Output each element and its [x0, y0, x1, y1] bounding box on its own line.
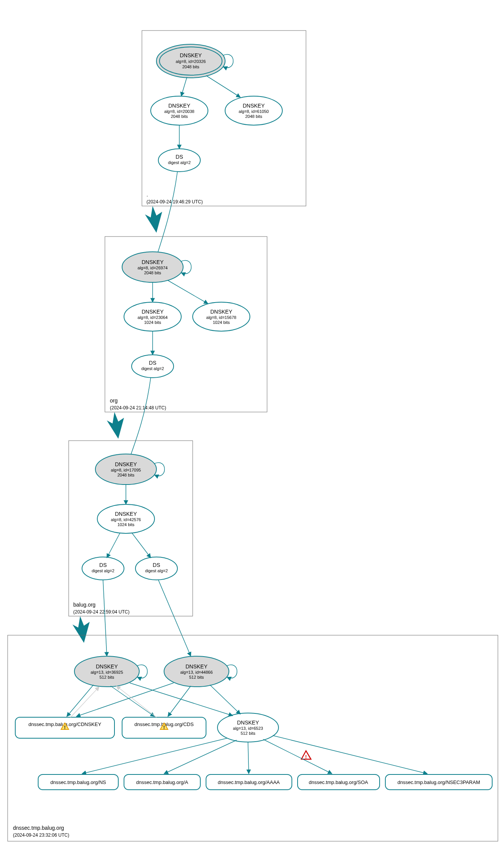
- zone-org-ts: (2024-09-24 21:14:48 UTC): [110, 405, 166, 411]
- dnssec-ksk1-node: DNSKEY alg=13, id=36925 512 bits: [74, 656, 139, 687]
- balug-ds2-node: DS digest alg=2: [135, 557, 177, 580]
- record-a: dnssec.tmp.balug.org/A: [124, 774, 200, 790]
- dnssec-zsk-node: DNSKEY alg=13, id=6523 512 bits: [217, 713, 279, 742]
- svg-text:dnssec.tmp.balug.org/NS: dnssec.tmp.balug.org/NS: [50, 779, 106, 785]
- zone-balug-label: balug.org: [73, 602, 95, 608]
- svg-text:DS: DS: [99, 562, 106, 568]
- svg-text:alg=13, id=44866: alg=13, id=44866: [180, 670, 213, 675]
- org-ksk-node: DNSKEY alg=8, id=26974 2048 bits: [122, 252, 183, 282]
- record-soa: dnssec.tmp.balug.org/SOA: [298, 774, 380, 790]
- org-ds-node: DS digest alg=2: [132, 355, 174, 378]
- svg-text:1024 bits: 1024 bits: [144, 320, 161, 325]
- svg-text:digest alg=2: digest alg=2: [141, 366, 164, 371]
- svg-text:DNSKEY: DNSKEY: [180, 52, 202, 58]
- svg-text:dnssec.tmp.balug.org/A: dnssec.tmp.balug.org/A: [136, 779, 188, 785]
- org-zsk2-node: DNSKEY alg=8, id=15678 1024 bits: [193, 302, 250, 331]
- svg-text:dnssec.tmp.balug.org/SOA: dnssec.tmp.balug.org/SOA: [309, 779, 368, 785]
- svg-text:2048 bits: 2048 bits: [171, 114, 188, 119]
- svg-text:DNSKEY: DNSKEY: [210, 309, 232, 315]
- error-icon: !: [301, 751, 311, 760]
- svg-text:1024 bits: 1024 bits: [213, 320, 230, 325]
- zone-root-label: .: [147, 192, 148, 198]
- balug-zsk-node: DNSKEY alg=8, id=42576 1024 bits: [97, 504, 155, 533]
- svg-text:DS: DS: [176, 154, 183, 160]
- zone-dnssec: dnssec.tmp.balug.org (2024-09-24 23:32:0…: [8, 635, 498, 841]
- svg-text:DNSKEY: DNSKEY: [142, 309, 164, 315]
- svg-text:alg=8, id=17095: alg=8, id=17095: [111, 468, 141, 472]
- svg-text:alg=13, id=36925: alg=13, id=36925: [90, 670, 123, 675]
- svg-text:alg=8, id=61050: alg=8, id=61050: [239, 109, 269, 114]
- svg-text:DS: DS: [149, 360, 156, 366]
- svg-text:dnssec.tmp.balug.org/AAAA: dnssec.tmp.balug.org/AAAA: [218, 779, 280, 785]
- zone-balug: balug.org (2024-09-24 22:59:04 UTC) DNSK…: [69, 441, 193, 616]
- svg-text:DNSKEY: DNSKEY: [96, 663, 118, 670]
- balug-ksk-node: DNSKEY alg=8, id=17095 2048 bits: [95, 454, 156, 485]
- svg-text:2048 bits: 2048 bits: [118, 473, 135, 477]
- svg-text:digest alg=2: digest alg=2: [168, 160, 191, 165]
- svg-text:1024 bits: 1024 bits: [118, 522, 135, 527]
- svg-text:digest alg=2: digest alg=2: [145, 568, 168, 573]
- svg-text:alg=8, id=26974: alg=8, id=26974: [138, 266, 168, 270]
- root-zsk1-node: DNSKEY alg=8, id=20038 2048 bits: [151, 96, 208, 125]
- balug-ds1-node: DS digest alg=2: [82, 557, 124, 580]
- svg-text:2048 bits: 2048 bits: [144, 270, 161, 275]
- record-nsec3param: dnssec.tmp.balug.org/NSEC3PARAM: [385, 774, 492, 790]
- zone-root-ts: (2024-09-24 19:46:29 UTC): [147, 199, 203, 204]
- record-ns: dnssec.tmp.balug.org/NS: [38, 774, 118, 790]
- zone-org: org (2024-09-24 21:14:48 UTC) DNSKEY alg…: [105, 237, 267, 412]
- record-aaaa: dnssec.tmp.balug.org/AAAA: [206, 774, 292, 790]
- svg-text:512 bits: 512 bits: [100, 675, 114, 679]
- svg-text:2048 bits: 2048 bits: [182, 64, 200, 69]
- svg-text:DNSKEY: DNSKEY: [115, 511, 137, 517]
- record-cds: dnssec.tmp.balug.org/CDS !: [122, 717, 206, 738]
- zone-balug-ts: (2024-09-24 22:59:04 UTC): [73, 609, 129, 615]
- svg-text:DNSKEY: DNSKEY: [237, 720, 259, 726]
- svg-text:!: !: [64, 725, 66, 730]
- dnssec-auth-graph: . (2024-09-24 19:46:29 UTC) DNSKEY alg=8…: [0, 0, 504, 850]
- svg-text:DNSKEY: DNSKEY: [115, 461, 137, 467]
- svg-text:alg=8, id=42576: alg=8, id=42576: [111, 517, 141, 522]
- zone-root: . (2024-09-24 19:46:29 UTC) DNSKEY alg=8…: [142, 31, 306, 206]
- root-zsk2-node: DNSKEY alg=8, id=61050 2048 bits: [225, 96, 282, 125]
- org-zsk1-node: DNSKEY alg=8, id=23064 1024 bits: [124, 302, 181, 331]
- svg-text:DNSKEY: DNSKEY: [142, 259, 164, 265]
- root-ds-node: DS digest alg=2: [158, 149, 200, 172]
- svg-text:DS: DS: [153, 562, 160, 568]
- svg-text:dnssec.tmp.balug.org/NSEC3PARA: dnssec.tmp.balug.org/NSEC3PARAM: [398, 779, 480, 785]
- svg-text:alg=8, id=23064: alg=8, id=23064: [138, 315, 168, 320]
- svg-text:DNSKEY: DNSKEY: [185, 663, 208, 670]
- svg-text:alg=8, id=15678: alg=8, id=15678: [206, 315, 237, 320]
- zone-dnssec-label: dnssec.tmp.balug.org: [13, 825, 64, 831]
- svg-text:!: !: [163, 725, 165, 730]
- svg-text:alg=8, id=20326: alg=8, id=20326: [176, 59, 206, 64]
- svg-text:digest alg=2: digest alg=2: [92, 568, 114, 573]
- svg-text:alg=13, id=6523: alg=13, id=6523: [233, 726, 263, 731]
- svg-text:512 bits: 512 bits: [189, 675, 204, 679]
- root-ksk-node: DNSKEY alg=8, id=20326 2048 bits: [156, 44, 225, 78]
- zone-dnssec-ts: (2024-09-24 23:32:06 UTC): [13, 832, 69, 838]
- svg-text:DNSKEY: DNSKEY: [168, 103, 190, 109]
- dnssec-ksk2-node: DNSKEY alg=13, id=44866 512 bits: [164, 656, 229, 687]
- svg-text:alg=8, id=20038: alg=8, id=20038: [164, 109, 195, 114]
- svg-text:2048 bits: 2048 bits: [245, 114, 262, 119]
- svg-text:!: !: [305, 754, 307, 760]
- svg-text:512 bits: 512 bits: [241, 731, 256, 736]
- record-cdnskey: dnssec.tmp.balug.org/CDNSKEY !: [15, 717, 114, 738]
- zone-org-label: org: [110, 398, 118, 404]
- svg-text:DNSKEY: DNSKEY: [243, 103, 265, 109]
